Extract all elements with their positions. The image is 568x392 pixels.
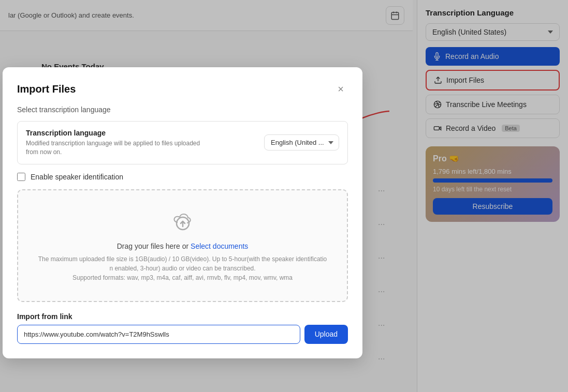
import-link-input[interactable] <box>17 325 300 344</box>
modal-language-select[interactable]: English (United ... English (UK) Spanish <box>264 134 339 150</box>
lang-box-desc: Modified transcription language will be … <box>26 139 202 157</box>
modal-overlay: Import Files × Select transcription lang… <box>0 0 568 392</box>
import-link-row: Upload <box>17 325 348 344</box>
import-files-modal: Import Files × Select transcription lang… <box>3 67 362 358</box>
speaker-identification-row: Enable speaker identification <box>17 173 348 181</box>
select-documents-link[interactable]: Select documents <box>191 242 248 250</box>
modal-close-button[interactable]: × <box>333 82 348 96</box>
drop-subtext-3: Supported formats: wav, mp3, m4a, caf, a… <box>28 273 337 282</box>
cloud-upload-icon <box>170 209 195 234</box>
speaker-identification-checkbox[interactable] <box>17 173 25 181</box>
drop-text: Drag your files here or Select documents <box>28 242 337 250</box>
language-box: Transcription language Modified transcri… <box>17 121 348 164</box>
drop-subtext-2: n enabled, 3-hour) audio or video can be… <box>28 264 337 273</box>
modal-header: Import Files × <box>17 82 348 96</box>
drop-subtext-1: The maximum uploaded file size is 1GB(au… <box>28 254 337 264</box>
lang-box-title: Transcription language <box>26 129 202 137</box>
drop-zone[interactable]: Drag your files here or Select documents… <box>17 189 348 302</box>
modal-title: Import Files <box>17 83 76 95</box>
upload-button[interactable]: Upload <box>304 325 348 344</box>
import-link-label: Import from link <box>17 312 348 321</box>
speaker-identification-label[interactable]: Enable speaker identification <box>31 173 123 181</box>
modal-subtitle: Select transcription language <box>17 105 348 114</box>
lang-box-left: Transcription language Modified transcri… <box>26 129 202 157</box>
